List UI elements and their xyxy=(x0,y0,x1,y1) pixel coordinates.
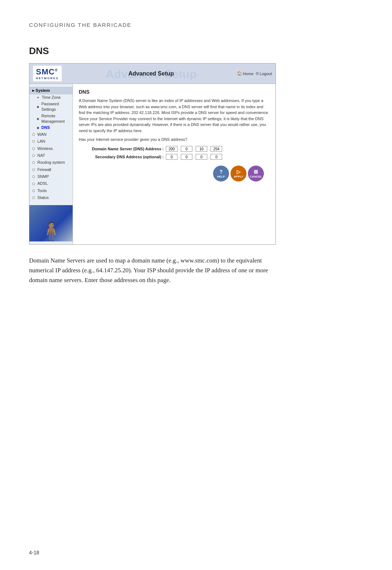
content-title: DNS xyxy=(79,89,270,95)
logout-icon: ⊙ xyxy=(256,71,259,76)
sidebar-item-lan[interactable]: LAN xyxy=(29,138,73,145)
lan-dot-icon xyxy=(32,140,35,143)
sidebar-item-firewall[interactable]: Firewall xyxy=(29,166,73,173)
sidebar-item-dns[interactable]: ◆ DNS xyxy=(35,125,73,131)
snmp-dot-icon xyxy=(32,175,35,178)
dns-secondary-label: Secondary DNS Address (optional) : xyxy=(79,155,166,159)
sidebar-item-status[interactable]: Status xyxy=(29,194,73,201)
sidebar-item-tools[interactable]: Tools xyxy=(29,187,73,194)
dns-primary-label: Domain Name Server (DNS) Address : xyxy=(79,147,166,151)
wireless-dot-icon xyxy=(32,147,35,150)
content-description: A Domain Name System (DNS) server is lik… xyxy=(79,98,270,134)
dns-primary-field-3[interactable] xyxy=(196,146,207,152)
dns-primary-field-1[interactable] xyxy=(166,146,177,152)
sidebar-item-remote[interactable]: ◆ Remote Management xyxy=(35,113,73,125)
leaf-icon: ◆ xyxy=(37,105,39,109)
home-link[interactable]: 🏠 Home xyxy=(237,71,253,76)
page-number: 4-18 xyxy=(29,550,39,555)
home-label: Home xyxy=(243,72,253,76)
status-dot-icon xyxy=(32,196,35,199)
sidebar-item-system[interactable]: ▸ System xyxy=(29,87,73,94)
router-header: SMC® Networks Advanced Setup Advanced Se… xyxy=(29,64,275,84)
nat-dot-icon xyxy=(32,154,35,157)
logout-label: Logout xyxy=(260,72,272,76)
help-button[interactable]: ? HELP xyxy=(213,166,229,182)
router-frame: SMC® Networks Advanced Setup Advanced Se… xyxy=(29,63,276,245)
sidebar-sub-system: ✦ Time Zone ◆ Password Settings ◆ Remote… xyxy=(29,94,73,131)
person-icon: 🧍 xyxy=(40,220,62,241)
dns-secondary-inputs: . . . xyxy=(166,154,222,160)
dns-primary-inputs: . . . xyxy=(166,146,222,152)
sidebar-item-password[interactable]: ◆ Password Settings xyxy=(35,101,73,113)
apply-button[interactable]: ▷ APPLY xyxy=(230,166,246,182)
dns-primary-row: Domain Name Server (DNS) Address : . . . xyxy=(79,146,270,152)
wan-dot-icon xyxy=(32,133,35,136)
cancel-label: CANCEL xyxy=(250,175,262,178)
sidebar-item-nat[interactable]: NAT xyxy=(29,152,73,159)
dns-secondary-field-3[interactable] xyxy=(196,154,207,160)
router-sidebar: ▸ System ✦ Time Zone ◆ Password Settings… xyxy=(29,84,73,244)
sidebar-item-routing[interactable]: Routing system xyxy=(29,159,73,166)
sidebar-item-wan[interactable]: WAN xyxy=(29,131,73,138)
sidebar-section-header-label: ▸ System xyxy=(32,88,50,93)
dns-secondary-field-4[interactable] xyxy=(211,154,222,160)
sidebar-item-adsl[interactable]: ADSL xyxy=(29,180,73,187)
body-description: Domain Name Servers are used to map a do… xyxy=(29,256,276,285)
help-label: HELP xyxy=(217,175,225,178)
dns-primary-field-2[interactable] xyxy=(181,146,192,152)
dns-primary-field-4[interactable] xyxy=(211,146,222,152)
router-body: ▸ System ✦ Time Zone ◆ Password Settings… xyxy=(29,84,275,244)
page-header: Configuring the Barricade xyxy=(29,22,363,31)
cancel-icon: ⊠ xyxy=(254,169,258,175)
home-icon: 🏠 xyxy=(237,71,242,76)
dns-secondary-field-2[interactable] xyxy=(181,154,192,160)
smc-logo-wrap: SMC® Networks xyxy=(33,66,62,81)
advanced-setup-fg-text: Advanced Setup xyxy=(65,70,237,77)
section-title: DNS xyxy=(29,45,363,57)
dns-form: Domain Name Server (DNS) Address : . . .… xyxy=(79,146,270,160)
routing-dot-icon xyxy=(32,161,35,164)
dns-secondary-field-1[interactable] xyxy=(166,154,177,160)
sidebar-item-wireless[interactable]: Wireless xyxy=(29,145,73,152)
logout-link[interactable]: ⊙ Logout xyxy=(256,71,272,76)
router-header-title: Advanced Setup Advanced Setup xyxy=(65,70,237,77)
star-icon: ✦ xyxy=(37,95,40,100)
sidebar-item-timezone[interactable]: ✦ Time Zone xyxy=(35,94,73,101)
sidebar-item-snmp[interactable]: SNMP xyxy=(29,173,73,180)
firewall-dot-icon xyxy=(32,168,35,171)
sidebar-image: 🧍 xyxy=(29,205,73,241)
dns-secondary-row: Secondary DNS Address (optional) : . . . xyxy=(79,154,270,160)
cancel-button[interactable]: ⊠ CANCEL xyxy=(248,166,264,182)
router-footer: ? HELP ▷ APPLY ⊠ CANCEL xyxy=(79,162,270,185)
tools-dot-icon xyxy=(32,190,35,192)
leaf2-icon: ◆ xyxy=(37,117,39,121)
smc-logo: SMC® Networks xyxy=(36,67,59,80)
apply-label: APPLY xyxy=(234,175,243,178)
adsl-dot-icon xyxy=(32,183,35,185)
leaf3-icon: ◆ xyxy=(37,126,39,130)
router-nav-links: 🏠 Home ⊙ Logout xyxy=(237,71,272,76)
router-content: DNS A Domain Name System (DNS) server is… xyxy=(73,84,275,244)
apply-icon: ▷ xyxy=(237,169,241,175)
help-icon: ? xyxy=(220,169,223,175)
content-question: Has your Internet service provider given… xyxy=(79,137,270,142)
